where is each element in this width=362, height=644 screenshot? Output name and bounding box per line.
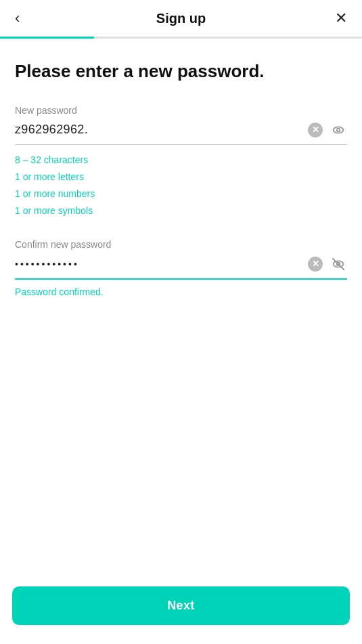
new-password-clear-button[interactable]: ✕ [307,121,324,139]
svg-line-4 [333,258,344,270]
close-icon: ✕ [335,11,347,26]
confirm-password-icons: ✕ [307,255,347,273]
header: ‹ Sign up ✕ [0,0,362,37]
confirm-clear-circle-icon: ✕ [308,257,323,272]
hint-numbers: 1 or more numbers [15,186,347,202]
confirm-password-value[interactable]: •••••••••••• [15,259,307,270]
hint-symbols: 1 or more symbols [15,202,347,219]
eye-slash-icon [331,257,346,272]
confirm-password-toggle-visibility-button[interactable] [330,255,347,273]
hint-letters: 1 or more letters [15,169,347,186]
confirm-password-clear-button[interactable]: ✕ [307,255,324,273]
new-password-input-row: z962962962. ✕ [15,121,347,145]
new-password-label: New password [15,105,347,116]
confirm-password-input-row: •••••••••••• ✕ [15,255,347,280]
back-arrow-icon: ‹ [15,11,20,26]
new-password-icons: ✕ [307,121,347,139]
bottom-bar: Next [0,577,362,644]
new-password-toggle-visibility-button[interactable] [330,121,347,139]
main-content: Please enter a new password. New passwor… [0,39,362,297]
validation-hints: 8 – 32 characters 1 or more letters 1 or… [15,152,347,220]
eye-icon [331,123,346,137]
password-confirmed-text: Password confirmed. [15,286,347,297]
svg-point-1 [337,129,340,132]
close-button[interactable]: ✕ [332,8,350,28]
page-heading: Please enter a new password. [15,60,347,83]
confirm-password-section: Confirm new password •••••••••••• ✕ Pass… [15,239,347,297]
new-password-value[interactable]: z962962962. [15,123,307,137]
new-password-section: New password z962962962. ✕ [15,105,347,145]
page-title: Sign up [156,11,206,26]
confirm-password-label: Confirm new password [15,239,347,250]
clear-circle-icon: ✕ [308,123,323,137]
hint-characters: 8 – 32 characters [15,152,347,169]
next-button[interactable]: Next [12,586,350,625]
back-button[interactable]: ‹ [12,8,22,28]
